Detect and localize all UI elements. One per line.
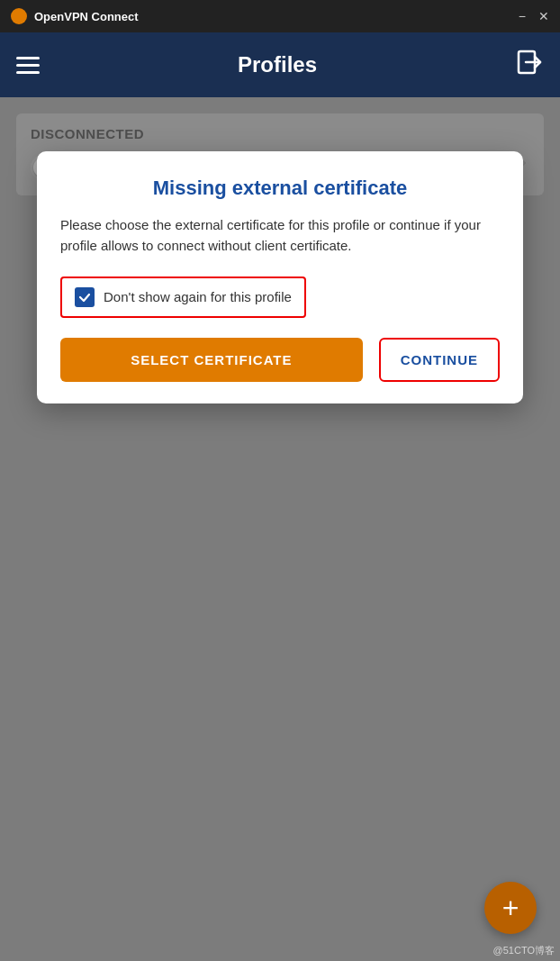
title-bar-left: OpenVPN Connect bbox=[11, 8, 139, 24]
hamburger-line bbox=[16, 64, 40, 67]
plus-icon: + bbox=[502, 892, 519, 925]
main-content: DISCONNECTED OpenVPN Profile 192.168.5.9… bbox=[0, 97, 560, 961]
dont-show-again-row[interactable]: Don't show again for this profile bbox=[60, 277, 306, 318]
minimize-button[interactable]: − bbox=[519, 9, 526, 23]
hamburger-line bbox=[16, 71, 40, 74]
title-bar-controls: − ✕ bbox=[519, 9, 549, 23]
continue-button[interactable]: CONTINUE bbox=[379, 338, 500, 382]
modal-title: Missing external certificate bbox=[60, 177, 500, 200]
add-profile-fab[interactable]: + bbox=[484, 882, 537, 934]
select-certificate-button[interactable]: SELECT CERTIFICATE bbox=[60, 338, 363, 382]
page-title: Profiles bbox=[238, 52, 317, 77]
hamburger-line bbox=[16, 57, 40, 59]
checkmark-icon bbox=[78, 291, 91, 304]
app-logo bbox=[11, 8, 27, 24]
title-bar: OpenVPN Connect − ✕ bbox=[0, 0, 560, 32]
modal-overlay: Missing external certificate Please choo… bbox=[0, 97, 560, 961]
watermark: @51CTO博客 bbox=[493, 944, 555, 957]
dont-show-checkbox[interactable] bbox=[75, 287, 95, 307]
app-header: Profiles bbox=[0, 32, 560, 97]
dont-show-label: Don't show again for this profile bbox=[104, 289, 292, 304]
modal-buttons: SELECT CERTIFICATE CONTINUE bbox=[60, 338, 500, 382]
modal-dialog: Missing external certificate Please choo… bbox=[37, 151, 523, 403]
import-icon[interactable] bbox=[515, 48, 544, 83]
modal-body: Please choose the external certificate f… bbox=[60, 214, 500, 257]
app-title: OpenVPN Connect bbox=[34, 10, 139, 23]
hamburger-menu[interactable] bbox=[16, 57, 40, 74]
close-button[interactable]: ✕ bbox=[538, 9, 549, 23]
